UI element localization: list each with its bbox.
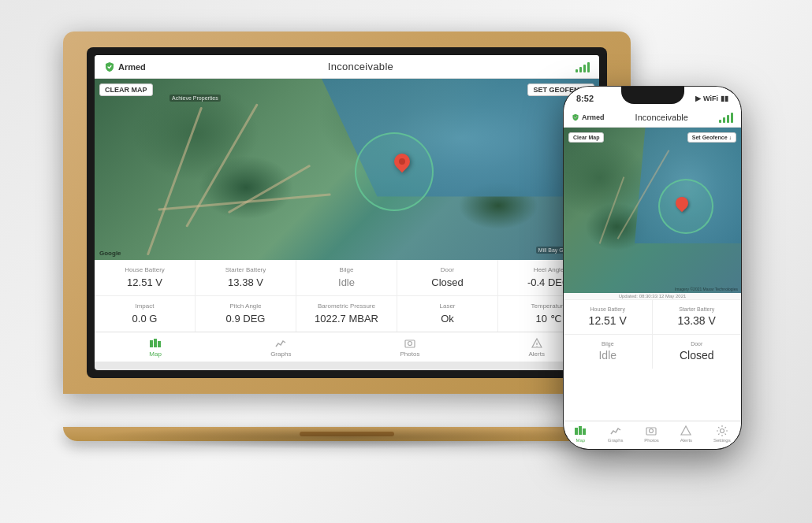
laser-value: Ok [441, 313, 454, 325]
laptop-armed-label: Armed [118, 62, 146, 72]
phone-updated-label: Updated: 08:30:33 12 May 2021 [564, 293, 741, 300]
phone-settings-icon [716, 425, 728, 437]
laptop-screen: Armed Inconceivable [95, 55, 599, 370]
stat-house-battery: House Battery 12.51 V [95, 260, 196, 296]
clear-map-button[interactable]: CLEAR MAP [99, 83, 153, 96]
laptop-shadow [91, 425, 602, 449]
phone-time: 8:52 [576, 94, 594, 103]
phone-map-attribution: Imagery ©2021 Maxar Technologies [675, 287, 738, 291]
starter-battery-label: Starter Battery [203, 266, 288, 273]
starter-battery-value: 13.38 V [228, 276, 263, 288]
door-value: Closed [431, 276, 463, 288]
bilge-value: Idle [338, 276, 355, 288]
stat-starter-battery: Starter Battery 13.38 V [196, 260, 296, 296]
stat-pitch: Pitch Angle 0.9 DEG [196, 296, 296, 332]
laptop-nav-photos[interactable]: Photos [400, 337, 419, 358]
laptop-nav-map[interactable]: Map [149, 337, 162, 358]
laptop-stats-row1: House Battery 12.51 V Starter Battery 13… [95, 260, 599, 296]
laptop-armed-badge: Armed [104, 61, 146, 72]
phone-wifi-icon: WiFi [703, 95, 718, 102]
phone-door-value: Closed [680, 349, 714, 362]
laptop-nav-photos-label: Photos [400, 351, 419, 358]
phone-battery-icon: ▮▮ [721, 95, 728, 102]
phone-nav-alerts-label: Alerts [680, 438, 692, 443]
phone-alerts-icon [680, 425, 692, 437]
stat-impact: Impact 0.0 G [95, 296, 196, 332]
phone-map-buttons: Clear Map Set Geofence ↓ [568, 132, 736, 143]
phone-nav-settings-label: Settings [713, 438, 731, 443]
stat-door: Door Closed [397, 260, 498, 296]
phone-signal [719, 112, 733, 123]
phone-set-geofence-button[interactable]: Set Geofence ↓ [687, 132, 736, 143]
impact-value: 0.0 G [132, 313, 158, 325]
stat-barometric: Barometric Pressure 1022.7 MBAR [296, 296, 397, 332]
phone-nav-alerts[interactable]: Alerts [680, 425, 692, 443]
laptop-body: Armed Inconceivable [63, 32, 631, 394]
map-nav-icon [149, 337, 162, 350]
phone-screen: 8:52 ▶ WiFi ▮▮ Armed Inconceivable [564, 87, 741, 449]
phone-stats: House Battery 12.51 V Starter Battery 13… [564, 300, 741, 369]
phone-app-header: Armed Inconceivable [564, 107, 741, 128]
map-pin [393, 154, 412, 176]
phone-starter-battery-value: 13.38 V [678, 314, 716, 327]
svg-point-11 [650, 429, 654, 433]
laptop-nav-graphs[interactable]: Graphs [270, 337, 291, 358]
phone-map-icon [574, 425, 587, 437]
phone-stat-door: Door Closed [653, 335, 742, 369]
svg-rect-8 [579, 426, 582, 435]
phone-nav-graphs-label: Graphs [608, 438, 624, 443]
laptop-nav-map-label: Map [149, 351, 162, 358]
laptop-bottom-nav: Map Graphs Photos [95, 332, 599, 362]
phone-bottom-nav: Map Graphs Photos [564, 421, 741, 449]
phone-signal-icon: ▶ [695, 95, 701, 102]
pitch-value: 0.9 DEG [226, 313, 266, 325]
phone-status-icons: ▶ WiFi ▮▮ [695, 95, 728, 102]
phone-nav-map-label: Map [575, 438, 585, 443]
phone-stat-bilge: Bilge Idle [564, 335, 653, 369]
barometric-value: 1022.7 MBAR [315, 313, 378, 325]
laptop-app-header: Armed Inconceivable [95, 55, 599, 79]
laptop-device: Armed Inconceivable [63, 32, 631, 441]
phone-nav-settings[interactable]: Settings [713, 425, 731, 443]
phone-clear-map-button[interactable]: Clear Map [568, 132, 604, 143]
house-battery-value: 12.51 V [127, 276, 162, 288]
laptop-app-title: Inconceivable [328, 61, 393, 72]
stat-bilge: Bilge Idle [296, 260, 397, 296]
phone-graphs-icon [609, 425, 622, 437]
phone-bilge-value: Idle [598, 349, 616, 362]
phone-map[interactable]: Clear Map Set Geofence ↓ Imagery ©2021 M… [564, 128, 741, 293]
door-label: Door [405, 266, 490, 273]
phone-nav-photos-label: Photos [644, 438, 659, 443]
svg-rect-7 [575, 428, 578, 435]
map-satellite-bg: CLEAR MAP SET GEOFENCE Achieve Propertie… [95, 79, 599, 260]
photos-nav-icon [404, 337, 416, 350]
phone-nav-graphs[interactable]: Graphs [608, 425, 624, 443]
svg-rect-1 [154, 339, 157, 347]
phone-app-title: Inconceivable [635, 113, 688, 122]
graphs-nav-icon [274, 337, 287, 350]
laptop-signal [575, 61, 590, 72]
svg-rect-9 [583, 428, 586, 435]
laptop-map[interactable]: CLEAR MAP SET GEOFENCE Achieve Propertie… [95, 79, 599, 260]
svg-point-4 [408, 341, 412, 345]
laptop-nav-graphs-label: Graphs [270, 351, 291, 358]
phone-nav-photos[interactable]: Photos [644, 425, 659, 443]
phone-stat-house-battery: House Battery 12.51 V [564, 300, 653, 335]
barometric-label: Barometric Pressure [304, 302, 389, 310]
phone-armed-badge: Armed [572, 113, 605, 121]
laptop-nav-alerts[interactable]: Alerts [528, 337, 544, 358]
phone-device: 8:52 ▶ WiFi ▮▮ Armed Inconceivable [564, 87, 741, 449]
phone-body: 8:52 ▶ WiFi ▮▮ Armed Inconceivable [564, 87, 741, 449]
phone-house-battery-value: 12.51 V [589, 314, 627, 327]
map-road-4 [158, 193, 330, 210]
svg-rect-0 [150, 340, 153, 347]
laser-label: Laser [405, 302, 490, 310]
phone-notch [621, 87, 684, 104]
map-achieve-label: Achieve Properties [169, 95, 221, 102]
impact-label: Impact [102, 302, 187, 310]
map-road-2 [228, 165, 311, 214]
temperature-value: 10 ℃ [535, 313, 561, 325]
map-road-3 [147, 107, 203, 256]
phone-nav-map[interactable]: Map [574, 425, 587, 443]
laptop-stats-row2: Impact 0.0 G Pitch Angle 0.9 DEG Baromet… [95, 296, 599, 332]
